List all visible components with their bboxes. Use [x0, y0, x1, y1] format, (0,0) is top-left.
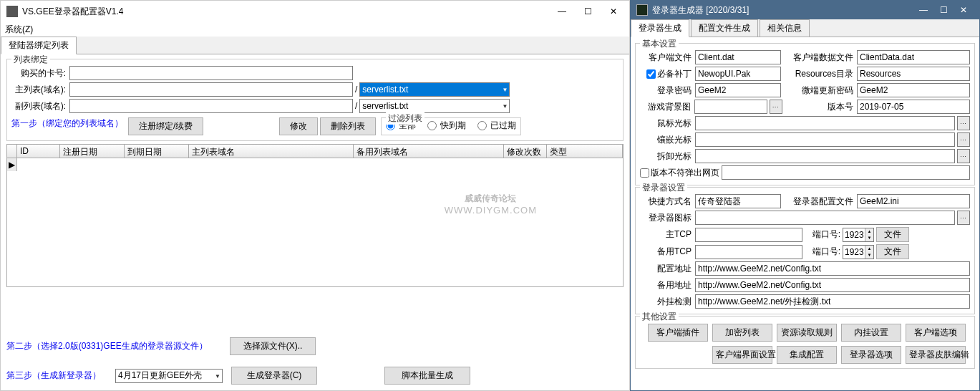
launcher-generator-window: 登录器生成器 [2020/3/31] — ☐ ✕ 登录器生成 配置文件生成 相关… [630, 0, 980, 391]
bak-tcp-input[interactable] [695, 245, 802, 259]
step2-link[interactable]: 第二步（选择2.0版(0331)GEE生成的登录器源文件） [6, 340, 221, 352]
col-reg-date[interactable]: 注册日期 [60, 145, 125, 158]
filter-due[interactable]: 快到期 [427, 120, 466, 132]
client-option-button[interactable]: 客户端选项 [906, 324, 966, 342]
embed-browse-button[interactable]: ··· [957, 132, 970, 147]
close-button[interactable]: ✕ [609, 7, 618, 16]
internal-hack-button[interactable]: 内挂设置 [841, 324, 901, 342]
tabbar-right: 登录器生成 配置文件生成 相关信息 [631, 19, 979, 37]
close-button[interactable]: ✕ [959, 6, 968, 14]
main-port-spinner[interactable]: ▲▼ [843, 228, 874, 242]
tab-bind-list[interactable]: 登陆器绑定列表 [1, 37, 77, 54]
card-label: 购买的卡号: [11, 67, 67, 79]
bak-file-button[interactable]: 文件 [876, 244, 909, 259]
pop-label[interactable]: 版本不符弹出网页 [640, 167, 719, 179]
step2-row: 第二步（选择2.0版(0331)GEE生成的登录器源文件） 选择源文件(X).. [1, 332, 629, 361]
mouse-browse-button[interactable]: ··· [957, 116, 970, 130]
main-file-button[interactable]: 文件 [876, 227, 909, 242]
chevron-down-icon: ▼ [502, 87, 508, 93]
tab-info[interactable]: 相关信息 [760, 19, 810, 37]
bak-tcp-label: 备用TCP [640, 246, 693, 258]
filter-expired[interactable]: 已过期 [477, 120, 516, 132]
step1-link[interactable]: 第一步（绑定您的列表域名） [11, 117, 126, 130]
col-main-domain[interactable]: 主列表域名 [189, 145, 354, 158]
login-pwd-input[interactable] [695, 83, 781, 97]
shortcut-label: 快捷方式名 [640, 196, 693, 208]
col-exp-date[interactable]: 到期日期 [125, 145, 189, 158]
patch-label[interactable]: 必备补丁 [640, 68, 693, 80]
login-pwd-label: 登录密码 [640, 85, 693, 97]
watermark: 威威传奇论坛 WWW.DIYGM.COM [445, 193, 537, 216]
launcher-option-button[interactable]: 登录器选项 [841, 346, 901, 364]
icon-input[interactable] [695, 211, 955, 225]
sub-domain-input[interactable] [69, 99, 353, 113]
patch-input[interactable] [695, 67, 781, 81]
col-sub-domain[interactable]: 备用列表域名 [354, 145, 504, 158]
bg-browse-button[interactable]: ··· [770, 100, 782, 114]
login-settings-group: 登录器设置 快捷方式名 登录器配置文件 登录器图标 ··· 主TCP 端口号: … [635, 187, 975, 314]
bg-img-input[interactable] [694, 100, 767, 114]
bak-port-spinner[interactable]: ▲▼ [843, 245, 874, 259]
client-file-input[interactable] [695, 50, 781, 64]
hack-input[interactable] [695, 294, 970, 309]
pop-checkbox[interactable] [640, 168, 649, 178]
tab-gen-config[interactable]: 配置文件生成 [691, 19, 758, 37]
minimize-button[interactable]: — [919, 6, 928, 14]
client-plugin-button[interactable]: 客户端插件 [648, 324, 708, 342]
generate-launcher-button[interactable]: 生成登录器(C) [231, 367, 317, 385]
maximize-button[interactable]: ☐ [939, 6, 948, 14]
col-type[interactable]: 类型 [547, 145, 623, 158]
vs-gee-config-window: VS.GEE登录器配置器V1.4 — ☐ ✕ 系统(Z) 登陆器绑定列表 列表绑… [0, 0, 630, 391]
main-serverlist-select[interactable]: serverlist.txt ▼ [359, 82, 510, 97]
bak-addr-input[interactable] [695, 278, 970, 292]
table: ID 注册日期 到期日期 主列表域名 备用列表域名 修改次数 类型 ▶ 威威传奇… [6, 144, 624, 287]
micro-pwd-input[interactable] [857, 83, 970, 97]
client-ui-button[interactable]: 客户端界面设置 [712, 346, 772, 364]
ver-no-input[interactable] [857, 100, 970, 114]
client-data-input[interactable] [857, 50, 970, 64]
cfg-file-input[interactable] [857, 194, 970, 208]
sub-serverlist-select[interactable]: serverlist.txt ▼ [359, 99, 510, 113]
list-bind-group: 列表绑定 购买的卡号: 主列表(域名): / serverlist.txt ▼ … [6, 59, 624, 141]
pick-input[interactable] [695, 149, 955, 163]
modify-button[interactable]: 修改 [279, 117, 318, 135]
register-bind-button[interactable]: 注册绑定/续费 [128, 117, 203, 135]
encrypt-list-button[interactable]: 加密列表 [712, 324, 772, 342]
shell-select[interactable]: 4月17日更新GEE外壳 ▼ [115, 369, 223, 383]
delete-list-button[interactable]: 删除列表 [320, 117, 376, 135]
minimize-button[interactable]: — [558, 7, 566, 16]
icon-browse-button[interactable]: ··· [957, 211, 970, 225]
content-left: 列表绑定 购买的卡号: 主列表(域名): / serverlist.txt ▼ … [1, 54, 629, 332]
select-source-button[interactable]: 选择源文件(X).. [230, 337, 316, 355]
step3-link[interactable]: 第三步（生成新登录器） [6, 370, 107, 382]
batch-script-button[interactable]: 脚本批量生成 [384, 367, 470, 385]
mouse-label: 鼠标光标 [640, 117, 693, 130]
col-id[interactable]: ID [17, 145, 60, 158]
col-mod-count[interactable]: 修改次数 [504, 145, 547, 158]
chevron-down-icon: ▼ [215, 372, 220, 379]
card-input[interactable] [69, 66, 353, 80]
tab-gen-launcher[interactable]: 登录器生成 [631, 19, 689, 37]
menu-system[interactable]: 系统(Z) [5, 24, 33, 34]
main-tcp-input[interactable] [695, 228, 802, 242]
main-domain-input[interactable] [69, 82, 353, 97]
shortcut-input[interactable] [695, 194, 781, 208]
content-right: 基本设置 客户端文件 客户端数据文件 必备补丁 Resources目录 登录密码… [631, 37, 979, 390]
patch-checkbox[interactable] [646, 69, 656, 79]
res-dir-input[interactable] [857, 67, 970, 81]
resource-rule-button[interactable]: 资源读取规则 [777, 324, 837, 342]
maximize-button[interactable]: ☐ [583, 7, 592, 16]
filter-title: 过滤列表 [386, 112, 424, 125]
pick-browse-button[interactable]: ··· [957, 149, 970, 163]
cfg-addr-input[interactable] [695, 261, 970, 276]
mouse-input[interactable] [695, 116, 955, 130]
titlebar-left[interactable]: VS.GEE登录器配置器V1.4 — ☐ ✕ [1, 1, 629, 22]
titlebar-right[interactable]: 登录器生成器 [2020/3/31] — ☐ ✕ [631, 1, 979, 19]
integrated-cfg-button[interactable]: 集成配置 [777, 346, 837, 364]
pop-url-input[interactable] [722, 165, 970, 180]
pick-label: 拆卸光标 [640, 150, 693, 163]
table-body[interactable]: ▶ 威威传奇论坛 WWW.DIYGM.COM [6, 158, 624, 287]
sub-domain-label: 副列表(域名): [11, 100, 67, 112]
launcher-skin-button[interactable]: 登录器皮肤编辑 [906, 346, 966, 364]
embed-input[interactable] [695, 132, 955, 147]
